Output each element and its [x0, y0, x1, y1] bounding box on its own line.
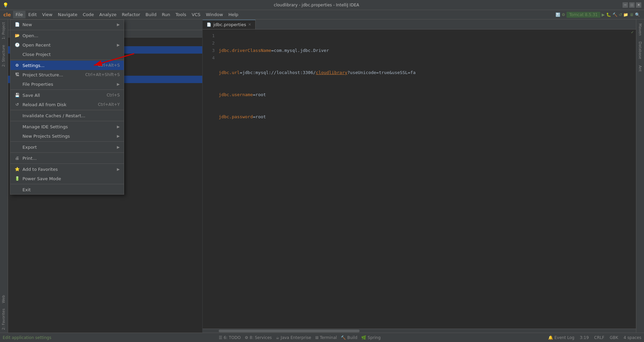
java-enterprise-btn[interactable]: ☕ Java Enterprise — [276, 335, 311, 340]
menu-label-new: New — [22, 22, 32, 27]
favorites-icon: ⭐ — [14, 166, 20, 172]
app-icon: 💡 — [3, 2, 8, 8]
menu-item-open-recent[interactable]: 🕐 Open Recent ▶ — [10, 40, 124, 50]
menu-help[interactable]: Help — [226, 11, 241, 18]
menu-label-manage-ide: Manage IDE Settings — [22, 124, 68, 129]
menu-item-reload[interactable]: ↺ Reload All from Disk Ctrl+Alt+Y — [10, 100, 124, 109]
tab-favorites[interactable]: 2: Favorites — [0, 306, 8, 333]
menu-item-new[interactable]: 📄 New ▶ — [10, 20, 124, 29]
scrollbar-thumb[interactable] — [219, 330, 360, 332]
menu-analyze[interactable]: Analyze — [97, 11, 119, 18]
project-structure-shortcut: Ctrl+Alt+Shift+S — [85, 72, 120, 77]
todo-btn[interactable]: ☰ 6: TODO — [219, 335, 241, 340]
menu-tools[interactable]: Tools — [173, 11, 189, 18]
menu-label-settings: Settings... — [22, 63, 45, 68]
menu-item-invalidate[interactable]: Invalidate Caches / Restart... — [10, 111, 124, 120]
menu-item-add-favorites[interactable]: ⭐ Add to Favorites ▶ — [10, 164, 124, 174]
tab-close-button[interactable]: ✕ — [248, 22, 251, 27]
line-numbers: 1 2 3 4 — [203, 32, 219, 326]
menu-label-open-recent: Open Recent — [22, 43, 51, 48]
menu-item-settings[interactable]: ⚙ Settings... Ctrl+Alt+S — [10, 61, 124, 70]
separator-4 — [10, 110, 124, 110]
code-key-1: jdbc.driverClassName — [219, 48, 271, 53]
tab-project[interactable]: 1: Project — [0, 19, 8, 42]
separator-8 — [10, 163, 124, 164]
menu-build[interactable]: Build — [143, 11, 159, 18]
separator-3 — [10, 89, 124, 90]
save-shortcut: Ctrl+S — [107, 93, 120, 97]
separator-2 — [10, 60, 124, 60]
menu-item-project-structure[interactable]: 🏗 Project Structure... Ctrl+Alt+Shift+S — [10, 70, 124, 79]
code-editor[interactable]: jdbc.driverClassName=com.mysql.jdbc.Driv… — [219, 32, 636, 326]
event-log-btn[interactable]: 🔔 Event Log — [548, 335, 574, 340]
terminal-btn[interactable]: ⊞ Terminal — [315, 335, 337, 340]
menu-arrow-new-projects: ▶ — [117, 134, 120, 138]
menu-arrow-manage-ide: ▶ — [117, 125, 120, 129]
tab-jdbc-properties[interactable]: 📄 jdbc.properties ✕ — [203, 20, 256, 29]
reload-icon: ↺ — [14, 102, 20, 107]
menu-label-reload: Reload All from Disk — [22, 102, 66, 107]
menu-item-file-properties[interactable]: File Properties ▶ — [10, 79, 124, 89]
maximize-button[interactable]: □ — [629, 2, 635, 8]
menu-label-add-favorites: Add to Favorites — [22, 167, 58, 172]
menu-navigate[interactable]: Navigate — [55, 11, 80, 18]
close-button[interactable]: ✕ — [636, 2, 641, 8]
tab-file-icon: 📄 — [207, 22, 211, 27]
code-value-4: =root — [253, 114, 266, 119]
tab-label: jdbc.properties — [213, 22, 246, 27]
menu-label-export: Export — [22, 145, 37, 150]
menu-item-save-all[interactable]: 💾 Save All Ctrl+S — [10, 90, 124, 100]
separator-6 — [10, 141, 124, 142]
menu-item-new-projects[interactable]: New Projects Settings ▶ — [10, 131, 124, 141]
code-value-1: =com.mysql.jdbc.Driver — [271, 48, 329, 53]
status-bar: Edit application settings ☰ 6: TODO ⚙ 8:… — [0, 333, 644, 342]
menu-label-exit: Exit — [22, 187, 31, 192]
menu-run[interactable]: Run — [159, 11, 173, 18]
menu-label-save-all: Save All — [22, 93, 40, 98]
file-properties-icon — [14, 81, 20, 87]
tab-ant[interactable]: Ant — [637, 63, 644, 74]
menu-label-open: Open... — [22, 33, 38, 38]
menu-file[interactable]: File — [13, 11, 26, 18]
tomcat-selector[interactable]: Tomcat 8.5.31 — [567, 12, 600, 18]
minimize-button[interactable]: ─ — [623, 2, 628, 8]
build-btn[interactable]: 🔨 Build — [341, 335, 357, 340]
indent-info: 4 spaces — [624, 335, 641, 340]
services-btn[interactable]: ⚙ 8: Services — [245, 335, 272, 340]
code-value-3: =root — [253, 92, 266, 97]
menu-item-manage-ide[interactable]: Manage IDE Settings ▶ — [10, 122, 124, 131]
menu-label-file-properties: File Properties — [22, 82, 53, 87]
menu-item-exit[interactable]: Exit — [10, 185, 124, 194]
menu-item-open[interactable]: 📂 Open... — [10, 31, 124, 40]
menu-item-print[interactable]: 🖨 Print... — [10, 153, 124, 163]
tab-structure[interactable]: 2: Structure — [0, 42, 8, 69]
line-endings[interactable]: CRLF — [594, 335, 604, 340]
menu-refactor[interactable]: Refactor — [119, 11, 143, 18]
spring-btn[interactable]: 🌿 Spring — [361, 335, 381, 340]
code-key-2: jdbc.url — [219, 70, 240, 75]
left-tab-bar: 1: Project 2: Structure Web 2: Favorites — [0, 19, 8, 333]
status-bottom-bar: ☰ 6: TODO ⚙ 8: Services ☕ Java Enterpris… — [219, 335, 381, 340]
status-right: 🔔 Event Log 3:19 CRLF GBK 4 spaces — [548, 335, 641, 340]
invalidate-icon — [14, 113, 20, 118]
menu-edit[interactable]: Edit — [25, 11, 39, 18]
menu-label-project-structure: Project Structure... — [22, 72, 63, 77]
menu-window[interactable]: Window — [203, 11, 226, 18]
separator-5 — [10, 121, 124, 121]
settings-icon: ⚙ — [14, 63, 20, 68]
file-dropdown-menu[interactable]: 📄 New ▶ 📂 Open... 🕐 Open Recent ▶ — [10, 19, 124, 195]
menu-item-export[interactable]: Export ▶ — [10, 142, 124, 152]
menu-item-power-save[interactable]: 🔋 Power Save Mode — [10, 174, 124, 183]
code-key-4: jdbc.password — [219, 114, 253, 119]
menu-vcs[interactable]: VCS — [189, 11, 203, 18]
editor-scrollbar[interactable] — [203, 329, 636, 333]
encoding[interactable]: GBK — [610, 335, 618, 340]
tab-database[interactable]: Database — [637, 39, 644, 62]
tab-maven[interactable]: Maven — [637, 21, 644, 38]
menu-code[interactable]: Code — [80, 11, 97, 18]
menu-arrow-file-props: ▶ — [117, 82, 120, 86]
editor-content[interactable]: 1 2 3 4 jdbc.driverClassName=com.mysql.j… — [203, 29, 636, 329]
menu-item-close[interactable]: Close Project — [10, 50, 124, 59]
menu-view[interactable]: View — [40, 11, 55, 18]
tab-web[interactable]: Web — [0, 292, 8, 306]
